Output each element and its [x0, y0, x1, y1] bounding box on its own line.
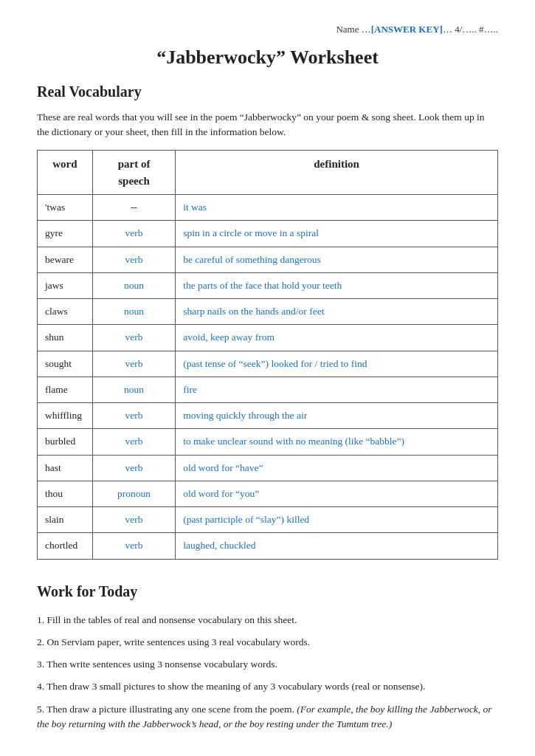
task-item: 1. Fill in the tables of real and nonsen… — [37, 613, 498, 628]
cell-word: slain — [38, 507, 93, 533]
table-row: soughtverb(past tense of “seek”) looked … — [38, 351, 498, 377]
cell-pos: verb — [92, 455, 175, 481]
cell-def: fire — [176, 377, 498, 402]
cell-pos: verb — [92, 403, 175, 429]
cell-word: jaws — [38, 272, 93, 298]
cell-def: be careful of something dangerous — [176, 247, 498, 272]
cell-def: avoid, keep away from — [176, 325, 498, 351]
cell-def: laughed, chuckled — [176, 533, 498, 559]
cell-pos: verb — [92, 429, 175, 455]
table-row: flamenounfire — [38, 377, 498, 402]
page-title: “Jabberwocky” Worksheet — [37, 43, 498, 72]
cell-def: it was — [176, 195, 498, 221]
cell-def: moving quickly through the air — [176, 403, 498, 429]
cell-word: whiffling — [38, 403, 93, 429]
col-header-def: definition — [176, 151, 498, 195]
table-row: whifflingverbmoving quickly through the … — [38, 403, 498, 429]
cell-word: beware — [38, 247, 93, 272]
header: Name …[ANSWER KEY]… 4/….. #….. — [37, 22, 498, 37]
cell-pos: noun — [92, 299, 175, 325]
table-row: thoupronounold word for “you” — [38, 481, 498, 506]
task-item: 2. On Serviam paper, write sentences usi… — [37, 635, 498, 650]
cell-pos: -- — [92, 195, 175, 221]
cell-def: spin in a circle or move in a spiral — [176, 221, 498, 247]
table-row: 'twas--it was — [38, 195, 498, 221]
task-item: 4. Then draw 3 small pictures to show th… — [37, 679, 498, 694]
answer-key: [ANSWER KEY] — [371, 24, 443, 35]
cell-word: claws — [38, 299, 93, 325]
section2-title: Work for Today — [37, 580, 498, 602]
table-row: shunverbavoid, keep away from — [38, 325, 498, 351]
table-row: burbledverbto make unclear sound with no… — [38, 429, 498, 455]
cell-pos: verb — [92, 533, 175, 559]
cell-def: sharp nails on the hands and/or feet — [176, 299, 498, 325]
table-row: hastverbold word for “have” — [38, 455, 498, 481]
cell-word: shun — [38, 325, 93, 351]
cell-pos: noun — [92, 377, 175, 402]
cell-word: 'twas — [38, 195, 93, 221]
table-row: clawsnounsharp nails on the hands and/or… — [38, 299, 498, 325]
cell-pos: verb — [92, 221, 175, 247]
cell-def: (past participle of “slay”) killed — [176, 507, 498, 533]
table-row: gyreverbspin in a circle or move in a sp… — [38, 221, 498, 247]
cell-def: old word for “you” — [176, 481, 498, 506]
table-row: chortledverblaughed, chuckled — [38, 533, 498, 559]
cell-word: flame — [38, 377, 93, 402]
cell-word: sought — [38, 351, 93, 377]
work-section: Work for Today 1. Fill in the tables of … — [37, 580, 498, 732]
col-header-word: word — [38, 151, 93, 195]
cell-def: the parts of the face that hold your tee… — [176, 272, 498, 298]
name-label: Name … — [336, 24, 370, 35]
cell-word: hast — [38, 455, 93, 481]
cell-pos: verb — [92, 247, 175, 272]
cell-pos: verb — [92, 507, 175, 533]
header-rest: … 4/….. #….. — [443, 24, 498, 35]
table-row: bewareverbbe careful of something danger… — [38, 247, 498, 272]
table-row: slainverb(past participle of “slay”) kil… — [38, 507, 498, 533]
cell-def: to make unclear sound with no meaning (l… — [176, 429, 498, 455]
table-header-row: word part ofspeech definition — [38, 151, 498, 195]
cell-pos: verb — [92, 351, 175, 377]
task-item: 3. Then write sentences using 3 nonsense… — [37, 657, 498, 672]
cell-word: burbled — [38, 429, 93, 455]
cell-pos: pronoun — [92, 481, 175, 506]
intro-text: These are real words that you will see i… — [37, 110, 498, 140]
cell-pos: noun — [92, 272, 175, 298]
section1-title: Real Vocabulary — [37, 80, 498, 103]
cell-word: thou — [38, 481, 93, 506]
cell-word: chortled — [38, 533, 93, 559]
col-header-pos: part ofspeech — [92, 151, 175, 195]
cell-pos: verb — [92, 325, 175, 351]
cell-def: (past tense of “seek”) looked for / trie… — [176, 351, 498, 377]
table-row: jawsnounthe parts of the face that hold … — [38, 272, 498, 298]
vocabulary-table: word part ofspeech definition 'twas--it … — [37, 150, 498, 560]
cell-word: gyre — [38, 221, 93, 247]
cell-def: old word for “have” — [176, 455, 498, 481]
task-item: 5. Then draw a picture illustrating any … — [37, 702, 498, 732]
